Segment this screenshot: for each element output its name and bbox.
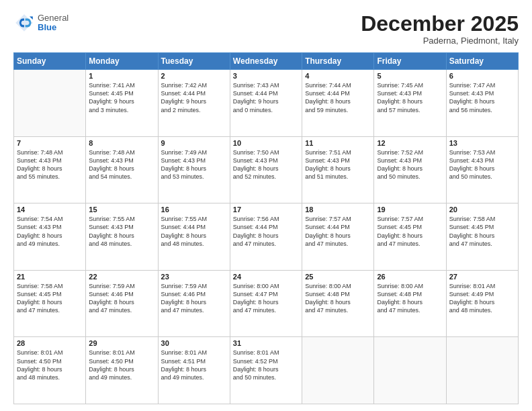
- day-info: Sunrise: 7:47 AM Sunset: 4:43 PM Dayligh…: [449, 81, 515, 114]
- day-number: 5: [377, 72, 443, 80]
- day-info: Sunrise: 7:44 AM Sunset: 4:44 PM Dayligh…: [305, 81, 371, 114]
- calendar-cell: 26Sunrise: 8:00 AM Sunset: 4:48 PM Dayli…: [374, 270, 446, 337]
- calendar-cell: 10Sunrise: 7:50 AM Sunset: 4:43 PM Dayli…: [230, 136, 302, 203]
- calendar-cell: 28Sunrise: 8:01 AM Sunset: 4:50 PM Dayli…: [14, 337, 86, 404]
- calendar-header-row: SundayMondayTuesdayWednesdayThursdayFrid…: [14, 53, 519, 70]
- day-header-thursday: Thursday: [302, 53, 374, 70]
- calendar-cell: 22Sunrise: 7:59 AM Sunset: 4:46 PM Dayli…: [86, 270, 158, 337]
- location: Paderna, Piedmont, Italy: [361, 36, 519, 46]
- day-info: Sunrise: 7:41 AM Sunset: 4:45 PM Dayligh…: [89, 81, 154, 114]
- day-info: Sunrise: 7:51 AM Sunset: 4:43 PM Dayligh…: [305, 148, 371, 181]
- calendar-cell: 13Sunrise: 7:53 AM Sunset: 4:43 PM Dayli…: [446, 136, 518, 203]
- day-number: 18: [305, 205, 371, 214]
- day-number: 9: [161, 139, 227, 147]
- day-number: 10: [233, 139, 299, 147]
- calendar-cell: [14, 70, 86, 137]
- day-number: 25: [305, 273, 371, 281]
- calendar-cell: 11Sunrise: 7:51 AM Sunset: 4:43 PM Dayli…: [302, 136, 374, 203]
- logo-icon: [13, 12, 35, 34]
- day-info: Sunrise: 7:59 AM Sunset: 4:46 PM Dayligh…: [89, 282, 154, 315]
- day-number: 24: [233, 273, 299, 281]
- day-info: Sunrise: 7:48 AM Sunset: 4:43 PM Dayligh…: [89, 148, 154, 181]
- day-info: Sunrise: 8:00 AM Sunset: 4:47 PM Dayligh…: [233, 282, 299, 315]
- logo: General Blue: [13, 12, 69, 34]
- logo-text: General Blue: [38, 13, 69, 33]
- day-info: Sunrise: 8:01 AM Sunset: 4:50 PM Dayligh…: [17, 349, 83, 381]
- day-info: Sunrise: 8:01 AM Sunset: 4:49 PM Dayligh…: [449, 282, 515, 315]
- day-number: 27: [449, 273, 515, 281]
- calendar-cell: 9Sunrise: 7:49 AM Sunset: 4:43 PM Daylig…: [158, 136, 230, 203]
- day-number: 20: [449, 205, 515, 214]
- day-number: 12: [377, 139, 443, 147]
- day-info: Sunrise: 7:43 AM Sunset: 4:44 PM Dayligh…: [233, 81, 299, 114]
- day-info: Sunrise: 8:00 AM Sunset: 4:48 PM Dayligh…: [305, 282, 371, 315]
- calendar-cell: 21Sunrise: 7:58 AM Sunset: 4:45 PM Dayli…: [14, 270, 86, 337]
- day-info: Sunrise: 7:58 AM Sunset: 4:45 PM Dayligh…: [449, 215, 515, 248]
- calendar-cell: 4Sunrise: 7:44 AM Sunset: 4:44 PM Daylig…: [302, 70, 374, 137]
- day-info: Sunrise: 7:55 AM Sunset: 4:43 PM Dayligh…: [89, 215, 154, 248]
- day-info: Sunrise: 7:48 AM Sunset: 4:43 PM Dayligh…: [17, 148, 83, 181]
- day-number: 23: [161, 273, 227, 281]
- calendar-cell: 16Sunrise: 7:55 AM Sunset: 4:44 PM Dayli…: [158, 203, 230, 271]
- day-header-monday: Monday: [86, 53, 158, 70]
- day-info: Sunrise: 8:01 AM Sunset: 4:52 PM Dayligh…: [233, 349, 299, 381]
- day-number: 19: [377, 205, 443, 214]
- day-number: 29: [89, 339, 154, 347]
- calendar-cell: 7Sunrise: 7:48 AM Sunset: 4:43 PM Daylig…: [14, 136, 86, 203]
- day-info: Sunrise: 7:50 AM Sunset: 4:43 PM Dayligh…: [233, 148, 299, 181]
- calendar-week-5: 28Sunrise: 8:01 AM Sunset: 4:50 PM Dayli…: [14, 337, 519, 404]
- day-header-saturday: Saturday: [446, 53, 518, 70]
- day-info: Sunrise: 8:00 AM Sunset: 4:48 PM Dayligh…: [377, 282, 443, 315]
- calendar-cell: 23Sunrise: 7:59 AM Sunset: 4:46 PM Dayli…: [158, 270, 230, 337]
- day-info: Sunrise: 7:54 AM Sunset: 4:43 PM Dayligh…: [17, 215, 83, 248]
- day-number: 7: [17, 139, 83, 147]
- month-title: December 2025: [361, 12, 519, 36]
- day-number: 3: [233, 72, 299, 80]
- day-info: Sunrise: 7:55 AM Sunset: 4:44 PM Dayligh…: [161, 215, 227, 248]
- day-number: 26: [377, 273, 443, 281]
- calendar-cell: 1Sunrise: 7:41 AM Sunset: 4:45 PM Daylig…: [86, 70, 158, 137]
- calendar-cell: 27Sunrise: 8:01 AM Sunset: 4:49 PM Dayli…: [446, 270, 518, 337]
- calendar-cell: [302, 337, 374, 404]
- calendar-table: SundayMondayTuesdayWednesdayThursdayFrid…: [13, 52, 519, 404]
- day-header-sunday: Sunday: [14, 53, 86, 70]
- title-block: December 2025 Paderna, Piedmont, Italy: [361, 12, 519, 46]
- day-info: Sunrise: 7:42 AM Sunset: 4:44 PM Dayligh…: [161, 81, 227, 114]
- day-number: 6: [449, 72, 515, 80]
- page: General Blue December 2025 Paderna, Pied…: [0, 0, 532, 411]
- day-number: 31: [233, 339, 299, 347]
- header: General Blue December 2025 Paderna, Pied…: [13, 12, 519, 46]
- logo-general-text: General: [38, 13, 69, 23]
- day-number: 21: [17, 273, 83, 281]
- day-info: Sunrise: 8:01 AM Sunset: 4:51 PM Dayligh…: [161, 349, 227, 381]
- day-number: 16: [161, 205, 227, 214]
- calendar-cell: 31Sunrise: 8:01 AM Sunset: 4:52 PM Dayli…: [230, 337, 302, 404]
- calendar-cell: 8Sunrise: 7:48 AM Sunset: 4:43 PM Daylig…: [86, 136, 158, 203]
- day-info: Sunrise: 7:56 AM Sunset: 4:44 PM Dayligh…: [233, 215, 299, 248]
- calendar-cell: 30Sunrise: 8:01 AM Sunset: 4:51 PM Dayli…: [158, 337, 230, 404]
- calendar-cell: 29Sunrise: 8:01 AM Sunset: 4:50 PM Dayli…: [86, 337, 158, 404]
- day-header-tuesday: Tuesday: [158, 53, 230, 70]
- calendar-cell: [374, 337, 446, 404]
- calendar-week-1: 1Sunrise: 7:41 AM Sunset: 4:45 PM Daylig…: [14, 70, 519, 137]
- day-number: 2: [161, 72, 227, 80]
- calendar-cell: 14Sunrise: 7:54 AM Sunset: 4:43 PM Dayli…: [14, 203, 86, 271]
- day-info: Sunrise: 7:45 AM Sunset: 4:43 PM Dayligh…: [377, 81, 443, 114]
- calendar-cell: 18Sunrise: 7:57 AM Sunset: 4:44 PM Dayli…: [302, 203, 374, 271]
- day-number: 14: [17, 205, 83, 214]
- day-header-wednesday: Wednesday: [230, 53, 302, 70]
- calendar-cell: 12Sunrise: 7:52 AM Sunset: 4:43 PM Dayli…: [374, 136, 446, 203]
- day-info: Sunrise: 7:49 AM Sunset: 4:43 PM Dayligh…: [161, 148, 227, 181]
- day-number: 15: [89, 205, 154, 214]
- day-number: 11: [305, 139, 371, 147]
- day-number: 4: [305, 72, 371, 80]
- logo-blue-text: Blue: [38, 23, 69, 32]
- day-info: Sunrise: 8:01 AM Sunset: 4:50 PM Dayligh…: [89, 349, 154, 381]
- calendar-cell: 24Sunrise: 8:00 AM Sunset: 4:47 PM Dayli…: [230, 270, 302, 337]
- day-number: 22: [89, 273, 154, 281]
- calendar-cell: 6Sunrise: 7:47 AM Sunset: 4:43 PM Daylig…: [446, 70, 518, 137]
- calendar-cell: 20Sunrise: 7:58 AM Sunset: 4:45 PM Dayli…: [446, 203, 518, 271]
- day-number: 1: [89, 72, 154, 80]
- calendar-cell: 2Sunrise: 7:42 AM Sunset: 4:44 PM Daylig…: [158, 70, 230, 137]
- day-info: Sunrise: 7:53 AM Sunset: 4:43 PM Dayligh…: [449, 148, 515, 181]
